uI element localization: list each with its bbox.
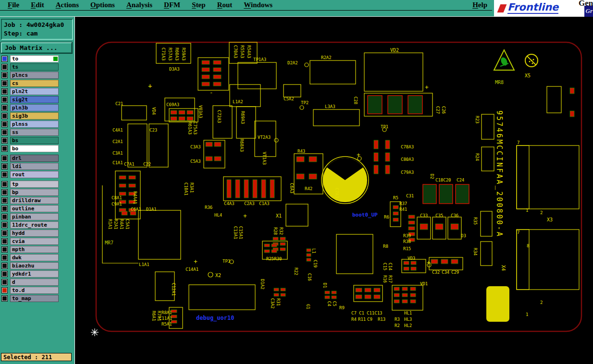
layer-name-label[interactable]: hydd [10, 230, 59, 237]
layer-name-label[interactable]: cs [10, 80, 59, 87]
layer-visibility-toggle[interactable] [2, 156, 7, 161]
layer-name-label[interactable]: ts [10, 63, 59, 71]
layer-row-bs[interactable]: bs [2, 137, 73, 144]
layer-name-label[interactable]: sig3b [10, 112, 59, 120]
layer-visibility-toggle[interactable] [2, 206, 7, 211]
layer-row-cs[interactable]: cs [2, 80, 73, 87]
layer-name-label[interactable]: mpth [10, 246, 59, 253]
layer-row-biaozhu[interactable]: biaozhu [2, 262, 73, 269]
layer-row-bp[interactable]: bp [2, 189, 73, 196]
layer-visibility-toggle[interactable] [2, 296, 7, 301]
layer-row-ydkdr1[interactable]: ydkdr1 [2, 270, 73, 278]
layer-row-plncs[interactable]: plncs [2, 72, 73, 79]
layer-visibility-toggle[interactable] [2, 73, 7, 78]
layer-row-ts[interactable]: ts [2, 63, 73, 71]
layer-visibility-toggle[interactable] [2, 130, 7, 135]
layer-name-label[interactable]: bp [10, 189, 59, 196]
layer-name-label[interactable]: pln2t [10, 88, 59, 95]
layer-visibility-toggle[interactable] [2, 97, 7, 102]
menu-actions[interactable]: Actions [56, 1, 79, 9]
layer-name-label[interactable]: plncs [10, 72, 59, 79]
layer-name-label[interactable]: bs [10, 137, 59, 144]
layer-visibility-toggle[interactable] [2, 172, 7, 177]
layer-visibility-toggle[interactable] [2, 190, 7, 195]
layer-visibility-toggle[interactable] [2, 105, 7, 110]
menu-rout[interactable]: Rout [217, 1, 233, 9]
pcb-canvas[interactable]: C71A3R57A3R60A3R59A3C70A3R55A3R54A3TP1A3… [75, 17, 593, 364]
layer-row-drl[interactable]: drl [2, 155, 73, 162]
layer-row-rout[interactable]: rout [2, 171, 73, 178]
menu-dfm[interactable]: DFM [164, 1, 180, 9]
layer-visibility-toggle[interactable] [2, 81, 7, 86]
layer-row-drilldraw[interactable]: drilldraw [2, 197, 73, 204]
layer-visibility-toggle[interactable] [2, 138, 7, 143]
layer-name-label[interactable]: tp [10, 181, 59, 188]
menu-step[interactable]: Step [192, 1, 205, 9]
layer-row-to[interactable]: to [2, 55, 73, 62]
layer-row-tp[interactable]: tp [2, 181, 73, 188]
layer-name-label[interactable]: cvia [10, 238, 59, 245]
layer-visibility-toggle[interactable] [2, 64, 7, 70]
layer-row-bo[interactable]: bo [2, 145, 73, 152]
layer-row-hydd[interactable]: hydd [2, 230, 73, 237]
layer-name-label[interactable]: sig2t [10, 96, 59, 103]
layer-row-dwk[interactable]: dwk [2, 254, 73, 261]
layer-visibility-toggle[interactable] [2, 198, 7, 203]
layer-row-pinban[interactable]: pinban [2, 213, 73, 220]
layer-visibility-toggle[interactable] [2, 255, 7, 260]
layer-name-label[interactable]: ydkdr1 [10, 270, 59, 278]
layer-row-ss[interactable]: ss [2, 129, 73, 136]
menu-file[interactable]: File [8, 1, 19, 9]
menu-edit[interactable]: Edit [31, 1, 44, 9]
layer-visibility-toggle[interactable] [2, 247, 7, 252]
layer-visibility-toggle[interactable] [2, 146, 7, 151]
layer-row-plnss[interactable]: plnss [2, 121, 73, 128]
layer-visibility-toggle[interactable] [2, 56, 7, 61]
layer-visibility-toggle[interactable] [2, 231, 7, 236]
layer-visibility-toggle[interactable] [2, 288, 7, 293]
layer-visibility-toggle[interactable] [2, 279, 7, 285]
layer-visibility-toggle[interactable] [2, 263, 7, 268]
layer-visibility-toggle[interactable] [2, 121, 7, 127]
layer-name-label[interactable]: bo [10, 145, 59, 152]
layer-row-sig2t[interactable]: sig2t [2, 96, 73, 103]
menu-windows[interactable]: Windows [244, 1, 272, 9]
menu-help[interactable]: Help [472, 1, 487, 9]
layer-row-ldi[interactable]: ldi [2, 163, 73, 170]
layer-name-label[interactable]: rout [10, 171, 59, 178]
layer-row-to_map[interactable]: to_map [2, 295, 73, 302]
layer-name-label[interactable]: drl [10, 155, 59, 162]
layer-name-label[interactable]: to [10, 55, 59, 62]
layer-row-mpth[interactable]: mpth [2, 246, 73, 253]
layer-name-label[interactable]: biaozhu [10, 262, 59, 269]
layer-visibility-toggle[interactable] [2, 271, 7, 277]
layer-name-label[interactable]: plnss [10, 121, 59, 128]
main-canvas[interactable]: C71A3R57A3R60A3R59A3C70A3R55A3R54A3TP1A3… [75, 17, 593, 364]
layer-visibility-toggle[interactable] [2, 222, 7, 228]
layer-visibility-toggle[interactable] [2, 182, 7, 187]
layer-row-sig3b[interactable]: sig3b [2, 112, 73, 120]
layer-name-label[interactable]: outline [10, 205, 59, 212]
menu-options[interactable]: Options [90, 1, 115, 9]
layer-name-label[interactable]: d [10, 279, 59, 286]
layer-name-label[interactable]: ldi [10, 163, 59, 170]
layer-row-to.d[interactable]: to.d [2, 287, 73, 294]
layer-name-label[interactable]: 11drc_route [10, 221, 59, 229]
layer-row-11drc_route[interactable]: 11drc_route [2, 221, 73, 229]
layer-row-d[interactable]: d [2, 279, 73, 286]
layer-visibility-toggle[interactable] [2, 214, 7, 219]
layer-visibility-toggle[interactable] [2, 239, 7, 244]
layer-row-pln2t[interactable]: pln2t [2, 88, 73, 95]
layer-name-label[interactable]: to.d [10, 287, 59, 294]
layer-name-label[interactable]: drilldraw [10, 197, 59, 204]
layer-name-label[interactable]: pln3b [10, 104, 59, 111]
menu-analysis[interactable]: Analysis [126, 1, 152, 9]
layer-row-cvia[interactable]: cvia [2, 238, 73, 245]
layer-name-label[interactable]: to_map [10, 295, 59, 302]
layer-row-pln3b[interactable]: pln3b [2, 104, 73, 111]
layer-name-label[interactable]: pinban [10, 213, 59, 220]
layer-row-outline[interactable]: outline [2, 205, 73, 212]
layer-visibility-toggle[interactable] [2, 113, 7, 119]
layer-name-label[interactable]: dwk [10, 254, 59, 261]
layer-visibility-toggle[interactable] [2, 164, 7, 169]
